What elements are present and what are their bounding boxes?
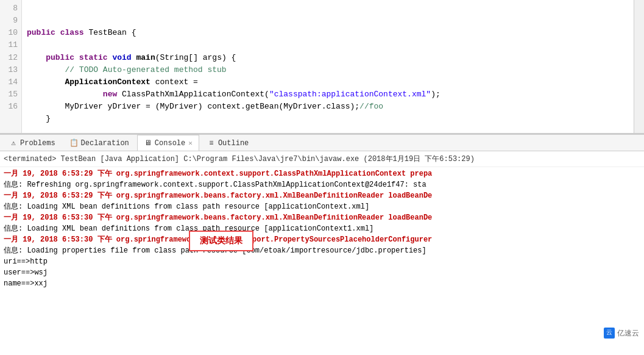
console-line: 信息: Loading XML bean definitions from cl… <box>4 201 640 212</box>
horizontal-scrollbar[interactable] <box>0 133 644 134</box>
tab-declaration[interactable]: 📋 Declaration <box>63 135 136 151</box>
tab-problems-label: Problems <box>20 139 55 148</box>
console-header: <terminated> TestBean [Java Application]… <box>0 152 644 167</box>
console-line: uri==>http <box>4 256 640 267</box>
console-line: 一月 19, 2018 6:53:29 下午 org.springframewo… <box>4 168 640 179</box>
bottom-bar: 云 亿速云 <box>0 326 644 340</box>
line-13: ApplicationContext context = <box>27 77 198 87</box>
popup-text: 测试类结果 <box>200 235 242 245</box>
brand-name: 亿速云 <box>617 328 639 339</box>
tab-declaration-label: Declaration <box>81 139 129 148</box>
console-icon: 🖥 <box>144 139 152 148</box>
line-15: MyDriver yDriver = (MyDriver) context.ge… <box>27 102 383 111</box>
tab-console-label: Console <box>155 139 185 148</box>
console-line: 一月 19, 2018 6:53:30 下午 org.springframewo… <box>4 212 640 223</box>
line-11: public static void main(String[] args) { <box>27 53 236 62</box>
console-output[interactable]: 一月 19, 2018 6:53:29 下午 org.springframewo… <box>0 167 644 303</box>
line-14: new ClassPathXmlApplicationContext("clas… <box>27 90 441 99</box>
code-editor: 8 9 10 11 12 13 14 15 16 public class Te… <box>0 0 644 134</box>
console-line: 信息: Loading properties file from class p… <box>4 245 640 256</box>
console-line: 信息: Loading XML bean definitions from cl… <box>4 223 640 234</box>
line-16: } <box>27 114 51 123</box>
declaration-icon: 📋 <box>70 139 79 148</box>
tab-bar: ⚠ Problems 📋 Declaration 🖥 Console ✕ ≡ O… <box>0 134 644 151</box>
tab-problems[interactable]: ⚠ Problems <box>2 135 62 151</box>
console-line: 信息: Refreshing org.springframework.conte… <box>4 179 640 190</box>
console-line: name==>xxj <box>4 278 640 289</box>
line-9: public class TestBean { <box>27 28 136 37</box>
line-12: // TODO Auto-generated method stub <box>27 65 227 74</box>
test-result-popup: 测试类结果 <box>189 231 253 251</box>
brand-icon: 云 <box>604 328 615 339</box>
console-area: <terminated> TestBean [Java Application]… <box>0 151 644 340</box>
outline-icon: ≡ <box>207 139 216 148</box>
console-line: 一月 19, 2018 6:53:29 下午 org.springframewo… <box>4 190 640 201</box>
code-content[interactable]: public class TestBean { public static vo… <box>22 0 644 133</box>
console-line: user==>wsj <box>4 267 640 278</box>
tab-outline[interactable]: ≡ Outline <box>200 135 255 151</box>
tab-outline-label: Outline <box>218 139 249 148</box>
problems-icon: ⚠ <box>9 139 18 148</box>
console-line: 一月 19, 2018 6:53:30 下午 org.springframewo… <box>4 234 640 245</box>
line-numbers: 8 9 10 11 12 13 14 15 16 <box>0 0 22 133</box>
editor-scrollbar[interactable] <box>634 0 644 134</box>
console-close-button[interactable]: ✕ <box>188 139 193 147</box>
tab-console[interactable]: 🖥 Console ✕ <box>137 135 199 151</box>
